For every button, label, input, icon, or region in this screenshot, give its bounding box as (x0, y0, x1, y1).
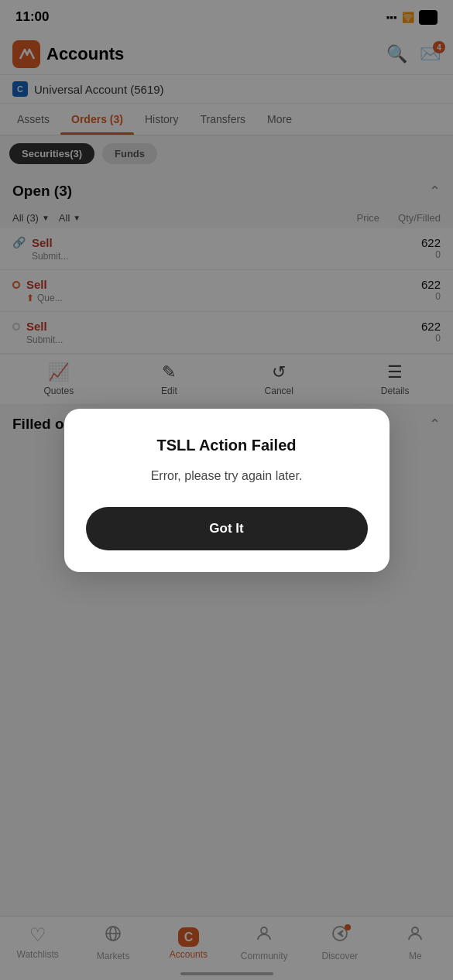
modal-overlay: TSLL Action Failed Error, please try aga… (0, 0, 453, 980)
got-it-button[interactable]: Got It (86, 507, 368, 550)
modal-title: TSLL Action Failed (86, 437, 368, 454)
action-failed-modal: TSLL Action Failed Error, please try aga… (64, 409, 390, 572)
modal-message: Error, please try again later. (86, 467, 368, 485)
